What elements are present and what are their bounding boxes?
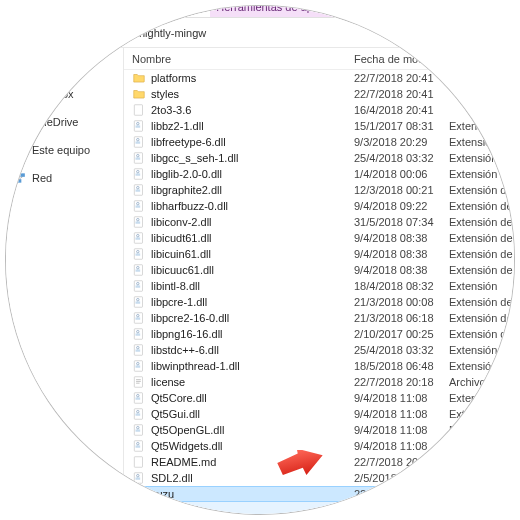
file-row[interactable]: libiconv-2.dll31/5/2018 07:34Extensión d…	[124, 214, 514, 230]
file-row[interactable]: libgraphite2.dll12/3/2018 00:21Extensión…	[124, 182, 514, 198]
file-name-cell: libintl-8.dll	[124, 279, 354, 293]
file-date: 21/3/2018 06:18	[354, 312, 449, 324]
tab-app-tools[interactable]: Herramientas de aplicación	[210, 6, 355, 17]
nav-pane: ﹀ Acceso rápido › Dropbox ›	[6, 48, 124, 514]
file-date: 9/4/2018 11:08	[354, 424, 449, 436]
svg-rect-8	[134, 105, 142, 116]
file-date: 22/7/2018 20:18	[354, 376, 449, 388]
file-row[interactable]: libintl-8.dll18/4/2018 08:32Extensión	[124, 278, 514, 294]
file-name-cell: libgraphite2.dll	[124, 183, 354, 197]
file-name-cell: Qt5OpenGL.dll	[124, 423, 354, 437]
file-type: Extensión	[449, 120, 514, 132]
file-row[interactable]: styles22/7/2018 20:41	[124, 86, 514, 102]
file-date: 9/4/2018 09:22	[354, 200, 449, 212]
tab-view[interactable]: Vista	[156, 6, 192, 17]
dll-icon	[132, 295, 146, 309]
svg-rect-71	[136, 445, 141, 447]
file-row[interactable]: yuzu22/7/2018 20:41	[124, 486, 514, 502]
svg-rect-16	[136, 157, 141, 159]
file-row[interactable]: Qt5OpenGL.dll9/4/2018 11:08Extensión de …	[124, 422, 514, 438]
dll-icon	[132, 247, 146, 261]
file-date: 15/1/2017 08:31	[354, 120, 449, 132]
dll-icon	[132, 279, 146, 293]
file-type: Archivo TXT	[449, 376, 514, 388]
svg-rect-5	[17, 179, 22, 183]
address-bar[interactable]: ▸ nightly-mingw	[6, 18, 514, 48]
file-row[interactable]: libharfbuzz-0.dll9/4/2018 09:22Extensión…	[124, 198, 514, 214]
file-date: 31/5/2018 07:34	[354, 216, 449, 228]
file-row[interactable]: libstdc++-6.dll25/4/2018 03:32Extensión …	[124, 342, 514, 358]
file-row[interactable]: yuzu-cmd22/7/2018 20:41	[124, 502, 514, 514]
svg-rect-55	[136, 365, 141, 367]
nav-label: Este equipo	[32, 144, 90, 156]
file-type: Extensión de l	[449, 248, 514, 260]
file-icon	[132, 103, 146, 117]
svg-rect-78	[134, 490, 145, 492]
file-row[interactable]: libpng16-16.dll2/10/2017 00:25Extensión …	[124, 326, 514, 342]
txt-icon	[132, 375, 146, 389]
file-row[interactable]: SDL2.dll2/5/2018 02:10Extensión	[124, 470, 514, 486]
nav-quick-access[interactable]: ﹀ Acceso rápido	[6, 56, 117, 76]
file-name: platforms	[151, 72, 196, 84]
svg-rect-13	[136, 141, 141, 143]
file-date: 25/4/2018 03:32	[354, 152, 449, 164]
file-row[interactable]: license22/7/2018 20:18Archivo TXT	[124, 374, 514, 390]
dll-icon	[132, 343, 146, 357]
file-row[interactable]: Qt5Gui.dll9/4/2018 11:08Extensión	[124, 406, 514, 422]
dll-icon	[132, 327, 146, 341]
file-date: 9/4/2018 11:08	[354, 392, 449, 404]
file-name: libgraphite2.dll	[151, 184, 222, 196]
file-name-cell: libpcre-1.dll	[124, 295, 354, 309]
svg-rect-80	[134, 506, 145, 508]
file-name-cell: Qt5Core.dll	[124, 391, 354, 405]
svg-rect-2	[17, 153, 21, 154]
file-date: 22/7/2018 20:41	[354, 72, 449, 84]
breadcrumb-folder[interactable]: nightly-mingw	[139, 27, 206, 39]
dll-icon	[132, 135, 146, 149]
dll-icon	[132, 391, 146, 405]
file-row[interactable]: libbz2-1.dll15/1/2017 08:31Extensión	[124, 118, 514, 134]
svg-rect-22	[136, 189, 141, 191]
file-name: styles	[151, 88, 179, 100]
file-type: Extensión de l	[449, 312, 514, 324]
dll-icon	[132, 311, 146, 325]
column-headers[interactable]: Nombre Fecha de mod	[124, 48, 514, 70]
file-row[interactable]: libfreetype-6.dll9/3/2018 20:29Extensión…	[124, 134, 514, 150]
svg-rect-43	[136, 301, 141, 303]
file-row[interactable]: libgcc_s_seh-1.dll25/4/2018 03:32Extensi…	[124, 150, 514, 166]
col-date[interactable]: Fecha de mod	[354, 53, 449, 65]
file-date: 9/4/2018 11:08	[354, 408, 449, 420]
col-name[interactable]: Nombre	[124, 53, 354, 65]
file-row[interactable]: libglib-2.0-0.dll1/4/2018 00:06Extensión…	[124, 166, 514, 182]
dll-icon	[132, 423, 146, 437]
nav-dropbox[interactable]: › Dropbox	[6, 84, 117, 104]
file-row[interactable]: README.md22/7/2018 20:18	[124, 454, 514, 470]
nav-network[interactable]: › Red	[6, 168, 117, 188]
file-date: 21/3/2018 00:08	[354, 296, 449, 308]
file-name-cell: Qt5Gui.dll	[124, 407, 354, 421]
file-type: Extensión de l	[449, 136, 514, 148]
file-name: license	[151, 376, 185, 388]
file-name: libgcc_s_seh-1.dll	[151, 152, 238, 164]
file-name: 2to3-3.6	[151, 104, 191, 116]
file-list[interactable]: Nombre Fecha de mod platforms22/7/2018 2…	[124, 48, 514, 514]
file-row[interactable]: 2to3-3.616/4/2018 20:41	[124, 102, 514, 118]
cloud-icon	[12, 115, 26, 129]
file-row[interactable]: libicudt61.dll9/4/2018 08:38Extensión de…	[124, 230, 514, 246]
file-row[interactable]: libicuuc61.dll9/4/2018 08:38Extensión de…	[124, 262, 514, 278]
svg-rect-52	[136, 349, 141, 351]
file-row[interactable]: Qt5Core.dll9/4/2018 11:08Extensión	[124, 390, 514, 406]
file-type: Extensión	[449, 472, 514, 484]
file-row[interactable]: libicuin61.dll9/4/2018 08:38Extensión de…	[124, 246, 514, 262]
svg-rect-49	[136, 333, 141, 335]
nav-onedrive[interactable]: › OneDrive	[6, 112, 117, 132]
file-date: 9/4/2018 08:38	[354, 264, 449, 276]
dll-icon	[132, 199, 146, 213]
file-row[interactable]: platforms22/7/2018 20:41	[124, 70, 514, 86]
file-row[interactable]: libpcre2-16-0.dll21/3/2018 06:18Extensió…	[124, 310, 514, 326]
file-row[interactable]: libwinpthread-1.dll18/5/2018 06:48Extens…	[124, 358, 514, 374]
nav-this-pc[interactable]: › Este equipo	[6, 140, 117, 160]
file-type: Extensión	[449, 392, 514, 404]
file-row[interactable]: Qt5Widgets.dll9/4/2018 11:08Extensión de…	[124, 438, 514, 454]
file-row[interactable]: libpcre-1.dll21/3/2018 00:08Extensión de…	[124, 294, 514, 310]
